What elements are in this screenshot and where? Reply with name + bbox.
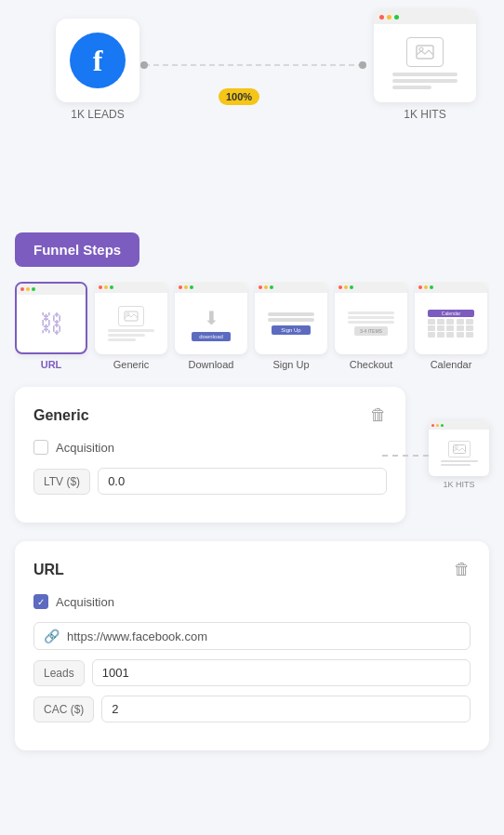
- step-calendar[interactable]: Calendar Calendar: [415, 282, 487, 370]
- cards-section: Generic 🗑 Acquisition LTV ($): [0, 378, 504, 760]
- target-node: 1K HITS: [374, 9, 476, 121]
- steps-grid: ⛓ URL: [15, 282, 489, 378]
- url-cac-row: CAC ($): [33, 696, 471, 722]
- url-card: URL 🗑 Acquisition 🔗 https://www.facebook…: [15, 541, 489, 750]
- generic-acquisition-label: Acquisition: [56, 441, 114, 455]
- url-value: https://www.facebook.com: [67, 630, 207, 643]
- dot-red: [379, 15, 384, 20]
- url-card-container: URL 🗑 Acquisition 🔗 https://www.facebook…: [15, 541, 489, 750]
- funnel-steps-header[interactable]: Funnel Steps: [15, 232, 139, 267]
- step-generic-label: Generic: [113, 359, 150, 370]
- generic-acquisition-row: Acquisition: [33, 440, 387, 455]
- step-download[interactable]: ⬇ download Download: [175, 282, 247, 370]
- percent-badge: 100%: [219, 88, 259, 105]
- step-checkout-label: Checkout: [350, 359, 392, 370]
- url-acquisition-label: Acquisition: [56, 595, 114, 609]
- generic-target-node: 1K HITS: [429, 420, 489, 489]
- source-node: f 1K LEADS: [56, 19, 139, 121]
- generic-connector-group: 1K HITS: [429, 420, 489, 489]
- step-checkout[interactable]: 3-4 ITEMS Checkout: [335, 282, 407, 370]
- dot-yellow: [387, 15, 391, 20]
- url-acquisition-row: Acquisition: [33, 594, 471, 609]
- step-url-label: URL: [41, 359, 62, 370]
- url-leads-input[interactable]: [92, 659, 471, 686]
- generic-ltv-row: LTV ($): [33, 468, 387, 495]
- generic-card: Generic 🗑 Acquisition LTV ($): [15, 387, 405, 523]
- content-lines: [392, 73, 458, 89]
- url-cac-input[interactable]: [101, 696, 471, 722]
- step-signup-label: Sign Up: [272, 359, 309, 370]
- generic-acquisition-checkbox[interactable]: [33, 440, 48, 455]
- step-signup[interactable]: Sign Up Sign Up: [255, 282, 327, 370]
- dot-green: [394, 15, 399, 20]
- step-generic[interactable]: Generic: [95, 282, 167, 370]
- url-acquisition-checkbox[interactable]: [33, 594, 48, 609]
- url-leads-label: Leads: [33, 660, 85, 686]
- image-placeholder: [406, 37, 444, 67]
- step-download-label: Download: [189, 359, 234, 370]
- generic-delete-button[interactable]: 🗑: [370, 405, 387, 425]
- facebook-icon: f: [70, 33, 126, 88]
- link-icon: 🔗: [44, 629, 60, 643]
- step-calendar-label: Calendar: [431, 359, 472, 370]
- source-node-label: 1K LEADS: [71, 108, 124, 121]
- generic-target-label: 1K HITS: [429, 480, 489, 489]
- url-leads-row: Leads: [33, 659, 471, 686]
- url-delete-button[interactable]: 🗑: [454, 560, 471, 579]
- url-cac-label: CAC ($): [33, 696, 94, 722]
- url-card-title: URL: [33, 562, 64, 578]
- target-node-label: 1K HITS: [404, 108, 445, 121]
- generic-connector-line: [382, 455, 429, 457]
- flow-diagram: f 1K LEADS 100%: [0, 0, 504, 232]
- generic-ltv-input[interactable]: [98, 468, 387, 495]
- step-url[interactable]: ⛓ URL: [15, 282, 87, 370]
- generic-ltv-label: LTV ($): [33, 469, 90, 495]
- funnel-steps-section: Funnel Steps ⛓ URL: [0, 232, 504, 378]
- url-input-row[interactable]: 🔗 https://www.facebook.com: [33, 622, 471, 650]
- svg-point-9: [455, 445, 458, 448]
- svg-point-1: [140, 61, 148, 69]
- generic-card-title: Generic: [33, 407, 89, 424]
- svg-point-2: [359, 61, 366, 69]
